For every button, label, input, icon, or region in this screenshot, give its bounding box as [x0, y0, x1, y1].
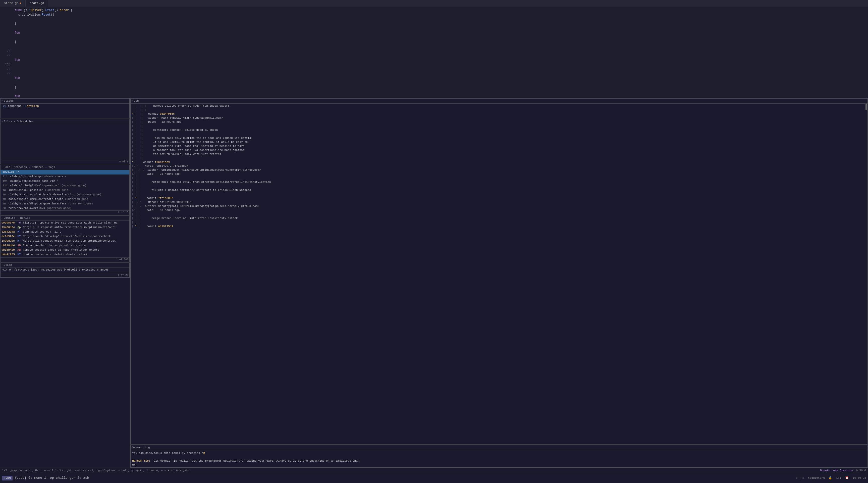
- log-line-30: | * | commit ab19715e9: [132, 225, 434, 229]
- log-line-26: |/| | Date: 33 hours ago: [132, 208, 434, 212]
- log-line-4: | | | Date: 33 hours ago: [132, 120, 434, 124]
- log-line-29: | | |: [132, 221, 434, 225]
- branch-item-dispute-tests[interactable]: 1m pops/dispute-game-contracts-tests (up…: [0, 197, 129, 202]
- tab-state-go-1[interactable]: state.go ●: [0, 0, 26, 7]
- left-panels: Status ↓1 monorepo → develop Files - Sub…: [0, 98, 130, 242]
- log-panel: Log | | | Remove deleted check-op-node f…: [130, 98, 434, 242]
- right-panels: Log | | | Remove deleted check-op-node f…: [130, 98, 434, 242]
- status-panel-content: ↓1 monorepo → develop: [0, 104, 129, 118]
- commits-panel-content: c9395875 re fix(ctb): Update universal c…: [0, 221, 129, 242]
- log-line-11: | | | a hardhat task for this. No assert…: [132, 148, 434, 152]
- log-line-6: | | | contracts-bedrock: delete dead ci …: [132, 128, 434, 132]
- files-title-text: Files - Submodules: [4, 120, 34, 123]
- code-content: func (s *Driver) Start() error { s.deriv…: [12, 7, 434, 98]
- branch-item-batch-withdrawal[interactable]: 1m clabby/chain-ops/batch-withdrawal-scr…: [0, 193, 129, 197]
- branch-develop-label: develop ✓✓: [2, 170, 19, 173]
- tab-bar: state.go ● state.go: [0, 0, 434, 7]
- commits-panel-title: Commits - Reflog: [0, 216, 129, 221]
- log-line-21: | | | fix(ctb): Update periphery contrac…: [132, 188, 434, 192]
- status-item: ↓1 monorepo → develop: [0, 104, 129, 109]
- commit-item-4[interactable]: 1c00dcbc MT Merge pull request #6133 fro…: [0, 239, 129, 242]
- log-line-12: | | | the return values, they were just …: [132, 152, 434, 157]
- log-line-16: | | / / Author: OptimismBot <112345690+O…: [132, 168, 434, 172]
- log-line-1: | | |: [132, 108, 434, 112]
- log-line-10: | | | do something like `cast rpc` inste…: [132, 144, 434, 148]
- log-line-22: | | |: [132, 192, 434, 196]
- arrow-right-icon: →: [23, 104, 27, 108]
- log-line-17: |/| | Date: 33 hours ago: [132, 172, 434, 176]
- log-content: | | | Remove deleted check-op-node from …: [131, 104, 434, 242]
- files-panel-title: Files - Submodules: [0, 119, 129, 124]
- commit-item-3[interactable]: de7d5f6e MT Merge branch 'develop' into …: [0, 234, 129, 239]
- commit-item-1[interactable]: 19468e24 Op Merge pull request #6134 fro…: [0, 225, 129, 230]
- commit-item-2[interactable]: 326a2aaa MT contracts-bedrock: lint: [0, 230, 129, 234]
- commit-item-0[interactable]: c9395875 re fix(ctb): Update universal c…: [0, 221, 129, 225]
- log-title-text: Log: [134, 99, 139, 103]
- lazygit-main: Status ↓1 monorepo → develop Files - Sub…: [0, 98, 434, 242]
- repo-name: monorepo: [8, 104, 23, 108]
- tab-label-2: state.go: [30, 1, 44, 5]
- commits-title-text: Commits - Reflog: [4, 216, 30, 220]
- log-line-9: | | | If it was useful to print the conf…: [132, 140, 434, 144]
- editor-area: state.go ● state.go // // 113 // //: [0, 0, 434, 98]
- branch-item-develop[interactable]: develop ✓✓: [0, 170, 129, 174]
- files-panel-content: [0, 124, 129, 160]
- log-line-14: * | commit f081b1ae9: [132, 161, 434, 165]
- status-panel: Status ↓1 monorepo → develop: [0, 98, 130, 118]
- branches-panel-content: develop ✓✓ 21h clabby/op-challenger-devn…: [0, 170, 129, 210]
- lazygit-area: Status ↓1 monorepo → develop Files - Sub…: [0, 98, 434, 242]
- log-line-28: | | | Merge branch 'develop' into refcel…: [132, 217, 434, 221]
- files-panel: Files - Submodules 0 of 0: [0, 119, 130, 164]
- editor-content: // // 113 // // func (s *Driver) Start()…: [0, 7, 434, 98]
- branches-title-text: Local Branches - Remotes - Tags: [4, 166, 55, 169]
- log-line-5: | | |: [132, 124, 434, 128]
- log-outer: | | | Remove deleted check-op-node from …: [131, 104, 434, 242]
- branch-item-dgf-fault[interactable]: 22h clabby/ctb/dgf-fault-game-impl (upst…: [0, 183, 129, 188]
- branch-item-dispute-game-viz[interactable]: 19h clabby/ctb/dispute-game-viz ✓: [0, 179, 129, 183]
- log-line-8: | | | This hh task only queried the op-n…: [132, 136, 434, 140]
- log-line-27: | | |: [132, 212, 434, 217]
- current-branch-status: develop: [27, 104, 39, 108]
- branch-item-gindex[interactable]: 1w inphi/gindex-position (upstream gone): [0, 188, 129, 193]
- commits-panel: Commits - Reflog c9395875 re fix(ctb): U…: [0, 216, 130, 242]
- log-line-15: |\ \ Merge: 9d5349972 7ff1b3807: [132, 164, 434, 168]
- log-line-19: | | | Merge pull request #6128 from ethe…: [132, 180, 434, 184]
- log-line-7: | | |: [132, 132, 434, 136]
- log-line-18: | | |: [132, 176, 434, 180]
- files-panel-footer: 0 of 0: [0, 160, 129, 164]
- log-line-25: | | |/ Author: mergify[bot] <37929162+me…: [132, 204, 434, 208]
- branches-panel-footer: 1 of 16: [0, 210, 129, 215]
- tab-state-go-2[interactable]: state.go: [26, 0, 49, 7]
- tab-label-1: state.go: [4, 1, 19, 5]
- branch-item-op-challenger[interactable]: 21h clabby/op-challenger-devnet-hack ✓: [0, 174, 129, 179]
- log-line-3: | | | Author: Mark Tyneway <mark.tyneway…: [132, 116, 434, 120]
- branches-panel: Local Branches - Remotes - Tags develop …: [0, 165, 130, 215]
- log-line-23: | * | commit 7ff1b3807: [132, 196, 434, 200]
- tab-modified-1: ●: [20, 1, 21, 5]
- branch-item-prevent-overflows[interactable]: 3m feat/prevent-overflows (upstream gone…: [0, 206, 129, 210]
- status-title-text: Status: [4, 99, 14, 103]
- log-line-24: | |\ \ Merge: ab19715e9 9d5349972: [132, 200, 434, 204]
- log-line-2: * | | commit b6a4f9556: [132, 112, 434, 116]
- log-line-0: | | | Remove deleted check-op-node from …: [132, 104, 434, 108]
- log-line-20: | | |: [132, 184, 434, 188]
- log-line-13: | | |: [132, 157, 434, 161]
- status-panel-title: Status: [0, 98, 129, 104]
- push-pull-icon: ↓1: [2, 104, 8, 108]
- branches-panel-title: Local Branches - Remotes - Tags: [0, 165, 129, 170]
- line-numbers: // // 113 // //: [0, 7, 12, 98]
- log-panel-title: Log: [131, 98, 434, 104]
- branch-item-dispute-interface[interactable]: 2m clabby/specs/dispute-game-interface (…: [0, 202, 129, 206]
